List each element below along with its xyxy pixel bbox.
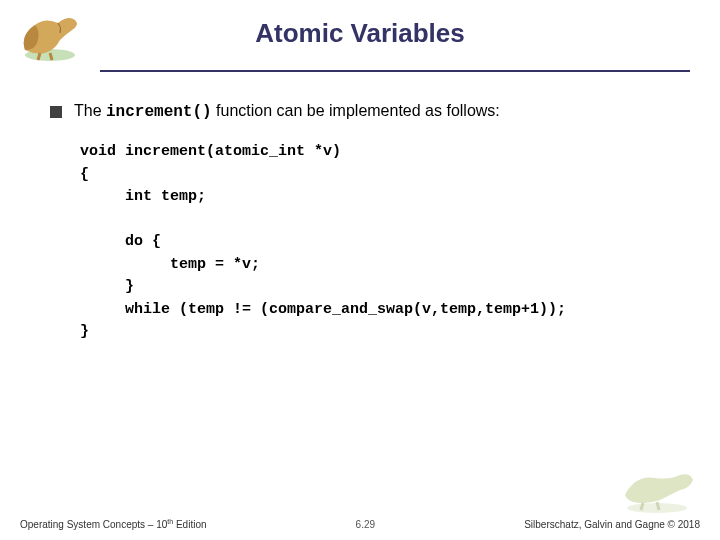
dinosaur-bottom-icon [615, 460, 700, 515]
code-block: void increment(atomic_int *v) { int temp… [80, 141, 690, 344]
bullet-code: increment() [106, 103, 212, 121]
footer: Operating System Concepts – 10th Edition… [0, 518, 720, 530]
square-bullet-icon [50, 106, 62, 118]
svg-line-1 [38, 53, 40, 60]
slide-title: Atomic Variables [0, 0, 720, 49]
footer-right: Silberschatz, Galvin and Gagne © 2018 [524, 519, 700, 530]
svg-line-2 [50, 53, 52, 60]
svg-line-4 [641, 503, 643, 510]
bullet-item: The increment() function can be implemen… [50, 102, 690, 121]
dinosaur-top-icon [10, 5, 90, 65]
content-area: The increment() function can be implemen… [0, 72, 720, 344]
header: Atomic Variables [0, 0, 720, 70]
footer-left: Operating System Concepts – 10th Edition [20, 518, 207, 530]
footer-left-a: Operating System Concepts – 10 [20, 519, 167, 530]
footer-left-b: Edition [173, 519, 206, 530]
bullet-suffix: function can be implemented as follows: [212, 102, 500, 119]
footer-center: 6.29 [207, 519, 525, 530]
bullet-prefix: The [74, 102, 106, 119]
svg-line-5 [657, 502, 659, 510]
bullet-text: The increment() function can be implemen… [74, 102, 500, 121]
